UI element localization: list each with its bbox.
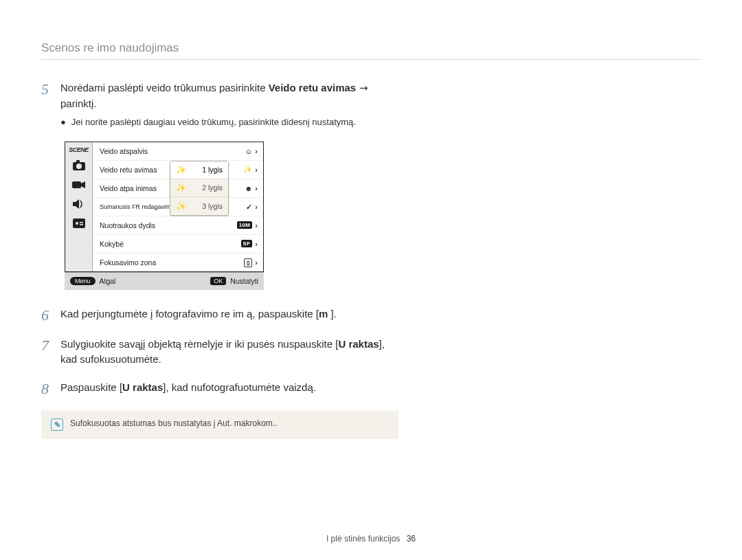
svg-rect-6 (73, 219, 85, 228)
step-bold: m (319, 308, 328, 320)
step-text: Norėdami paslėpti veido trūkumus pasirin… (60, 82, 269, 93)
svg-point-7 (76, 222, 78, 225)
quality-icon: SF (241, 240, 253, 247)
svg-rect-3 (72, 181, 81, 188)
step-bold: U raktas (122, 381, 163, 393)
step-text: Paspauskite [ (60, 381, 122, 393)
step-5: 5 Norėdami paslėpti veido trūkumus pasir… (41, 80, 398, 129)
note-box: ✎ Sufokusuotas atstumas bus nustatytas į… (41, 410, 398, 439)
step-body: Paspauskite [U raktas], kad nufotografuo… (60, 380, 316, 398)
menu-pill[interactable]: Menu (70, 277, 95, 285)
step-8: 8 Paspauskite [U raktas], kad nufotograf… (41, 380, 398, 398)
camera-menu-list: Veido atspalvis ☺︎› Veido retu avimas ✨›… (93, 142, 263, 271)
bullet-dot-icon: ● (60, 115, 66, 129)
step-body: Sulygiuokite savąjį objektą rėmelyje ir … (60, 337, 398, 368)
bullet-text: Jei norite paslėpti daugiau veido trūkum… (71, 115, 356, 129)
chevron-right-icon: › (255, 221, 258, 229)
chevron-right-icon: › (255, 147, 258, 155)
step-body: Norėdami paslėpti veido trūkumus pasirin… (60, 80, 398, 129)
menu-row-label: Fokusavimo zona (100, 258, 156, 267)
camera-tab-icon[interactable] (71, 159, 87, 172)
step-bold: U raktas (338, 338, 379, 350)
other-tab-icon[interactable] (71, 216, 87, 230)
sound-tab-icon[interactable] (71, 197, 87, 211)
submenu-label: 1 lygis (202, 166, 223, 174)
face-recog-icon: ☻ (245, 184, 252, 192)
footer-label: I plė stinės funkcijos (326, 534, 400, 544)
chevron-right-icon: › (255, 184, 258, 192)
level-icon: ✨ (176, 183, 186, 192)
svg-rect-8 (80, 222, 83, 223)
chevron-right-icon: › (255, 203, 258, 211)
focus-zone-icon: ▯ (244, 258, 252, 267)
note-icon: ✎ (51, 418, 63, 431)
menu-row-label: Nuotraukos dydis (100, 221, 155, 229)
submenu-label: 3 lygis (202, 202, 223, 210)
check-icon: ✓ (246, 203, 252, 211)
step-text: Kad perjungtumėte į fotografavimo re im … (60, 308, 319, 320)
menu-row-kokybe[interactable]: Kokybė SF› (93, 235, 263, 254)
step-7: 7 Sulygiuokite savąjį objektą rėmelyje i… (41, 337, 398, 368)
level-icon: ✨ (176, 165, 186, 175)
menu-row-label: Veido retu avimas (100, 166, 157, 174)
menu-row-nuotraukos-dydis[interactable]: Nuotraukos dydis 10M› (93, 216, 263, 235)
step-number: 6 (41, 306, 60, 324)
svg-rect-2 (76, 160, 80, 163)
video-tab-icon[interactable] (71, 178, 87, 192)
svg-marker-5 (73, 199, 79, 209)
menu-row-fokusavimo-zona[interactable]: Fokusavimo zona ▯› (93, 254, 263, 272)
note-text: Sufokusuotas atstumas bus nustatytas į A… (70, 418, 277, 428)
face-retouch-icon: ✨ (243, 165, 252, 174)
page-footer: I plė stinės funkcijos 36 (0, 534, 742, 544)
step-body: Kad perjungtumėte į fotografavimo re im … (60, 306, 337, 324)
step-text: Sulygiuokite savąjį objektą rėmelyje ir … (60, 338, 338, 350)
footer-page-number: 36 (407, 534, 416, 544)
size-value-icon: 10M (237, 221, 252, 229)
step-number: 5 (41, 80, 60, 129)
camera-left-tabs: SCENE (65, 142, 93, 271)
step-text-2: parinktį. (60, 98, 97, 109)
menu-row-label: Veido atpa inimas (100, 184, 157, 192)
chevron-right-icon: › (255, 240, 258, 248)
step-bold: Veido retu avimas (269, 82, 357, 93)
submenu-item-1[interactable]: ✨ 1 lygis (170, 161, 228, 179)
svg-point-1 (76, 164, 82, 169)
camera-menu-figure: SCENE Veido atspalv (65, 142, 264, 290)
arrow-icon: → (356, 82, 368, 94)
level-submenu: ✨ 1 lygis ✨ 2 lygis ✨ 3 lygis (170, 161, 229, 216)
camera-bottom-bar: Menu Atgal OK Nustatyti (65, 272, 264, 290)
svg-rect-9 (80, 224, 83, 225)
level-icon: ✨ (176, 201, 186, 211)
step-text-2: ], kad nufotografuotumėte vaizdą. (163, 381, 316, 393)
menu-row-label: Sumanusis FR redagavimas (100, 203, 177, 210)
back-label: Atgal (100, 277, 116, 285)
chevron-right-icon: › (255, 258, 258, 267)
menu-row-label: Kokybė (100, 240, 124, 248)
step-text-2: ]. (328, 308, 337, 320)
ok-pill[interactable]: OK (210, 277, 226, 285)
scene-tab-icon[interactable]: SCENE (69, 146, 89, 153)
section-title: Scenos re imo naudojimas (41, 41, 701, 60)
menu-row-label: Veido atspalvis (100, 147, 148, 155)
step-6: 6 Kad perjungtumėte į fotografavimo re i… (41, 306, 398, 324)
menu-row-veido-atspalvis[interactable]: Veido atspalvis ☺︎› (93, 142, 263, 161)
face-tone-icon: ☺︎ (245, 147, 253, 155)
set-label: Nustatyti (230, 277, 258, 285)
chevron-right-icon: › (255, 166, 258, 174)
step-bullet: ● Jei norite paslėpti daugiau veido trūk… (60, 115, 398, 129)
submenu-label: 2 lygis (202, 183, 223, 192)
step-number: 8 (41, 380, 60, 398)
submenu-item-2[interactable]: ✨ 2 lygis (170, 179, 228, 197)
submenu-item-3[interactable]: ✨ 3 lygis (170, 197, 228, 215)
svg-marker-4 (81, 181, 85, 188)
step-number: 7 (41, 337, 60, 368)
